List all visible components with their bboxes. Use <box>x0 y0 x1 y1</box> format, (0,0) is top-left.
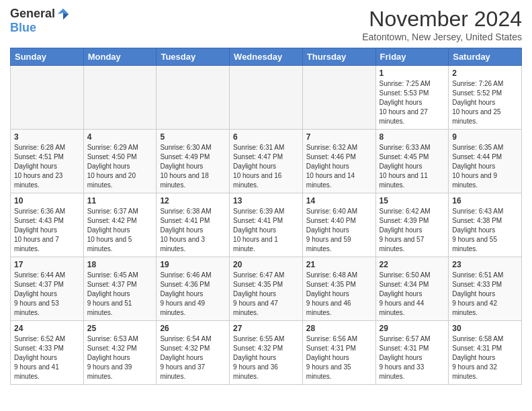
calendar-cell: 13Sunrise: 6:39 AMSunset: 4:41 PMDayligh… <box>230 193 303 257</box>
day-number: 18 <box>87 260 153 269</box>
day-number: 12 <box>160 196 226 205</box>
day-number: 21 <box>306 260 372 269</box>
day-number: 4 <box>87 132 153 142</box>
day-number: 20 <box>233 260 299 269</box>
day-info: Sunrise: 6:40 AMSunset: 4:40 PMDaylight … <box>306 207 372 254</box>
day-number: 2 <box>452 68 518 78</box>
header-wednesday: Wednesday <box>230 48 303 66</box>
day-info: Sunrise: 6:55 AMSunset: 4:32 PMDaylight … <box>233 334 299 381</box>
day-number: 27 <box>233 324 299 333</box>
day-info: Sunrise: 7:26 AMSunset: 5:52 PMDaylight … <box>452 79 518 126</box>
day-info: Sunrise: 6:32 AMSunset: 4:46 PMDaylight … <box>306 143 372 190</box>
day-info: Sunrise: 6:48 AMSunset: 4:35 PMDaylight … <box>306 271 372 318</box>
header-sunday: Sunday <box>11 48 84 66</box>
day-number: 17 <box>14 260 80 269</box>
day-number: 7 <box>306 132 372 142</box>
calendar-cell: 25Sunrise: 6:53 AMSunset: 4:32 PMDayligh… <box>83 321 157 385</box>
day-number: 15 <box>380 196 445 205</box>
day-number: 5 <box>160 132 226 142</box>
calendar-cell <box>302 66 375 130</box>
day-info: Sunrise: 6:36 AMSunset: 4:43 PMDaylight … <box>14 207 80 254</box>
logo: General Blue <box>10 7 70 35</box>
logo-icon <box>56 7 70 21</box>
month-title: November 2024 <box>362 7 522 32</box>
calendar-cell <box>11 66 84 130</box>
day-number: 1 <box>380 68 445 78</box>
day-info: Sunrise: 6:52 AMSunset: 4:33 PMDaylight … <box>14 334 80 381</box>
calendar-week-0: 1Sunrise: 7:25 AMSunset: 5:53 PMDaylight… <box>11 66 522 130</box>
calendar-week-1: 3Sunrise: 6:28 AMSunset: 4:51 PMDaylight… <box>11 130 522 193</box>
calendar-cell: 11Sunrise: 6:37 AMSunset: 4:42 PMDayligh… <box>83 193 157 257</box>
calendar-cell: 24Sunrise: 6:52 AMSunset: 4:33 PMDayligh… <box>11 321 84 385</box>
calendar-cell: 17Sunrise: 6:44 AMSunset: 4:37 PMDayligh… <box>11 257 84 321</box>
header-saturday: Saturday <box>449 48 522 66</box>
calendar-cell: 1Sunrise: 7:25 AMSunset: 5:53 PMDaylight… <box>375 66 449 130</box>
calendar-cell: 10Sunrise: 6:36 AMSunset: 4:43 PMDayligh… <box>11 193 84 257</box>
calendar-cell: 18Sunrise: 6:45 AMSunset: 4:37 PMDayligh… <box>83 257 157 321</box>
day-number: 3 <box>14 132 80 142</box>
day-number: 25 <box>87 324 153 333</box>
calendar-week-4: 24Sunrise: 6:52 AMSunset: 4:33 PMDayligh… <box>11 321 522 385</box>
calendar-cell: 8Sunrise: 6:33 AMSunset: 4:45 PMDaylight… <box>375 130 449 193</box>
day-number: 11 <box>87 196 153 205</box>
logo-general: General <box>10 7 55 21</box>
calendar-cell: 15Sunrise: 6:42 AMSunset: 4:39 PMDayligh… <box>375 193 449 257</box>
calendar-cell: 20Sunrise: 6:47 AMSunset: 4:35 PMDayligh… <box>230 257 303 321</box>
day-number: 13 <box>233 196 299 205</box>
day-info: Sunrise: 6:29 AMSunset: 4:50 PMDaylight … <box>87 143 153 190</box>
header-tuesday: Tuesday <box>157 48 230 66</box>
day-number: 28 <box>306 324 372 333</box>
location: Eatontown, New Jersey, United States <box>362 32 522 42</box>
day-info: Sunrise: 6:35 AMSunset: 4:44 PMDaylight … <box>452 143 518 190</box>
day-info: Sunrise: 7:25 AMSunset: 5:53 PMDaylight … <box>380 79 445 126</box>
day-info: Sunrise: 6:43 AMSunset: 4:38 PMDaylight … <box>452 207 518 254</box>
page-header: General Blue November 2024 Eatontown, Ne… <box>10 7 522 42</box>
calendar-cell: 23Sunrise: 6:51 AMSunset: 4:33 PMDayligh… <box>449 257 522 321</box>
day-number: 8 <box>380 132 445 142</box>
calendar-cell: 5Sunrise: 6:30 AMSunset: 4:49 PMDaylight… <box>157 130 230 193</box>
calendar-cell <box>83 66 157 130</box>
day-info: Sunrise: 6:57 AMSunset: 4:31 PMDaylight … <box>380 334 445 381</box>
header-monday: Monday <box>83 48 157 66</box>
day-info: Sunrise: 6:37 AMSunset: 4:42 PMDaylight … <box>87 207 153 254</box>
day-number: 16 <box>452 196 518 205</box>
calendar-cell: 22Sunrise: 6:50 AMSunset: 4:34 PMDayligh… <box>375 257 449 321</box>
weekday-header-row: Sunday Monday Tuesday Wednesday Thursday… <box>11 48 522 66</box>
day-info: Sunrise: 6:51 AMSunset: 4:33 PMDaylight … <box>452 271 518 318</box>
day-info: Sunrise: 6:28 AMSunset: 4:51 PMDaylight … <box>14 143 80 190</box>
calendar-week-2: 10Sunrise: 6:36 AMSunset: 4:43 PMDayligh… <box>11 193 522 257</box>
day-info: Sunrise: 6:30 AMSunset: 4:49 PMDaylight … <box>160 143 226 190</box>
calendar-cell: 9Sunrise: 6:35 AMSunset: 4:44 PMDaylight… <box>449 130 522 193</box>
day-info: Sunrise: 6:47 AMSunset: 4:35 PMDaylight … <box>233 271 299 318</box>
day-number: 22 <box>380 260 445 269</box>
day-info: Sunrise: 6:38 AMSunset: 4:41 PMDaylight … <box>160 207 226 254</box>
day-info: Sunrise: 6:33 AMSunset: 4:45 PMDaylight … <box>380 143 445 190</box>
day-info: Sunrise: 6:50 AMSunset: 4:34 PMDaylight … <box>380 271 445 318</box>
calendar-cell: 21Sunrise: 6:48 AMSunset: 4:35 PMDayligh… <box>302 257 375 321</box>
day-number: 6 <box>233 132 299 142</box>
calendar-cell: 16Sunrise: 6:43 AMSunset: 4:38 PMDayligh… <box>449 193 522 257</box>
calendar-cell: 26Sunrise: 6:54 AMSunset: 4:32 PMDayligh… <box>157 321 230 385</box>
calendar-cell: 3Sunrise: 6:28 AMSunset: 4:51 PMDaylight… <box>11 130 84 193</box>
calendar-cell: 2Sunrise: 7:26 AMSunset: 5:52 PMDaylight… <box>449 66 522 130</box>
header-friday: Friday <box>375 48 449 66</box>
day-info: Sunrise: 6:45 AMSunset: 4:37 PMDaylight … <box>87 271 153 318</box>
day-number: 29 <box>380 324 445 333</box>
day-info: Sunrise: 6:54 AMSunset: 4:32 PMDaylight … <box>160 334 226 381</box>
calendar-cell <box>157 66 230 130</box>
header-thursday: Thursday <box>302 48 375 66</box>
day-info: Sunrise: 6:44 AMSunset: 4:37 PMDaylight … <box>14 271 80 318</box>
day-info: Sunrise: 6:58 AMSunset: 4:31 PMDaylight … <box>452 334 518 381</box>
calendar-cell: 6Sunrise: 6:31 AMSunset: 4:47 PMDaylight… <box>230 130 303 193</box>
day-number: 19 <box>160 260 226 269</box>
day-number: 26 <box>160 324 226 333</box>
day-number: 9 <box>452 132 518 142</box>
day-number: 24 <box>14 324 80 333</box>
calendar-cell: 12Sunrise: 6:38 AMSunset: 4:41 PMDayligh… <box>157 193 230 257</box>
day-info: Sunrise: 6:31 AMSunset: 4:47 PMDaylight … <box>233 143 299 190</box>
calendar-cell: 14Sunrise: 6:40 AMSunset: 4:40 PMDayligh… <box>302 193 375 257</box>
calendar-cell: 29Sunrise: 6:57 AMSunset: 4:31 PMDayligh… <box>375 321 449 385</box>
calendar-cell: 19Sunrise: 6:46 AMSunset: 4:36 PMDayligh… <box>157 257 230 321</box>
day-info: Sunrise: 6:56 AMSunset: 4:31 PMDaylight … <box>306 334 372 381</box>
calendar-cell <box>230 66 303 130</box>
